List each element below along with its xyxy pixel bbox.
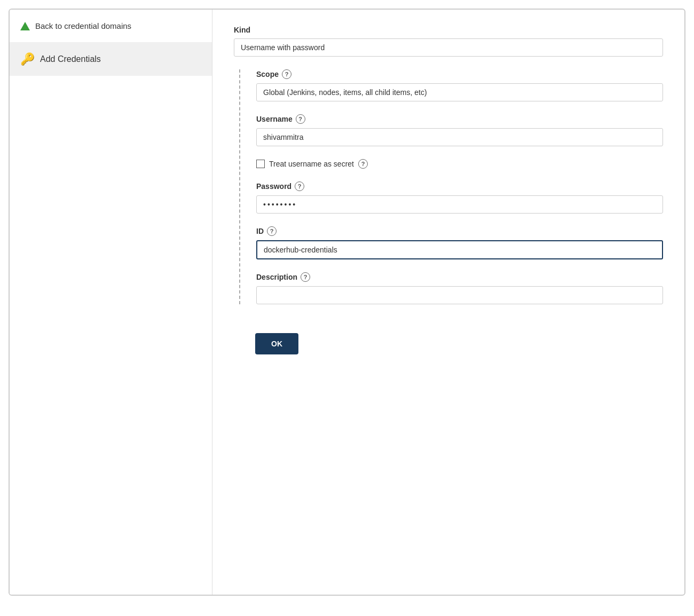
- scope-label-text: Scope: [256, 70, 279, 78]
- username-help-icon[interactable]: ?: [296, 114, 305, 124]
- scope-input[interactable]: [256, 83, 663, 101]
- description-input[interactable]: [256, 286, 663, 304]
- id-label-text: ID: [256, 227, 264, 235]
- scope-help-icon[interactable]: ?: [282, 69, 291, 79]
- kind-label: Kind: [234, 26, 663, 34]
- username-label-row: Username ?: [256, 114, 663, 124]
- password-input[interactable]: [256, 195, 663, 214]
- id-help-icon[interactable]: ?: [267, 226, 277, 236]
- back-to-credential-domains-link[interactable]: Back to credential domains: [10, 10, 212, 43]
- description-group: Description ?: [256, 272, 663, 304]
- add-credentials-item[interactable]: 🔑 Add Credentials: [10, 43, 212, 76]
- ok-button[interactable]: OK: [255, 333, 298, 354]
- add-credentials-label: Add Credentials: [40, 54, 101, 64]
- password-help-icon[interactable]: ?: [295, 181, 304, 191]
- scope-group: Scope ?: [256, 69, 663, 101]
- password-label-text: Password: [256, 182, 291, 191]
- id-input[interactable]: [256, 240, 663, 259]
- kind-input[interactable]: [234, 38, 663, 57]
- credentials-form-section: Scope ? Username ? Treat username as sec…: [239, 69, 663, 304]
- sidebar: Back to credential domains 🔑 Add Credent…: [10, 10, 212, 595]
- password-group: Password ?: [256, 181, 663, 214]
- back-link-text: Back to credential domains: [35, 21, 131, 30]
- description-label-text: Description: [256, 273, 297, 281]
- password-label-row: Password ?: [256, 181, 663, 191]
- id-label-row: ID ?: [256, 226, 663, 236]
- treat-username-checkbox[interactable]: [256, 160, 265, 168]
- key-icon: 🔑: [20, 52, 35, 66]
- back-arrow-icon: [20, 22, 30, 30]
- main-content: Kind Scope ? Username ?: [212, 10, 684, 595]
- treat-username-label: Treat username as secret: [269, 160, 354, 168]
- username-label-text: Username: [256, 115, 293, 123]
- scope-label-row: Scope ?: [256, 69, 663, 79]
- username-group: Username ?: [256, 114, 663, 146]
- id-group: ID ?: [256, 226, 663, 259]
- kind-section: Kind: [234, 26, 663, 57]
- description-label-row: Description ?: [256, 272, 663, 282]
- username-input[interactable]: [256, 128, 663, 146]
- description-help-icon[interactable]: ?: [301, 272, 310, 282]
- treat-username-checkbox-row: Treat username as secret ?: [256, 159, 663, 169]
- treat-username-help-icon[interactable]: ?: [358, 159, 368, 169]
